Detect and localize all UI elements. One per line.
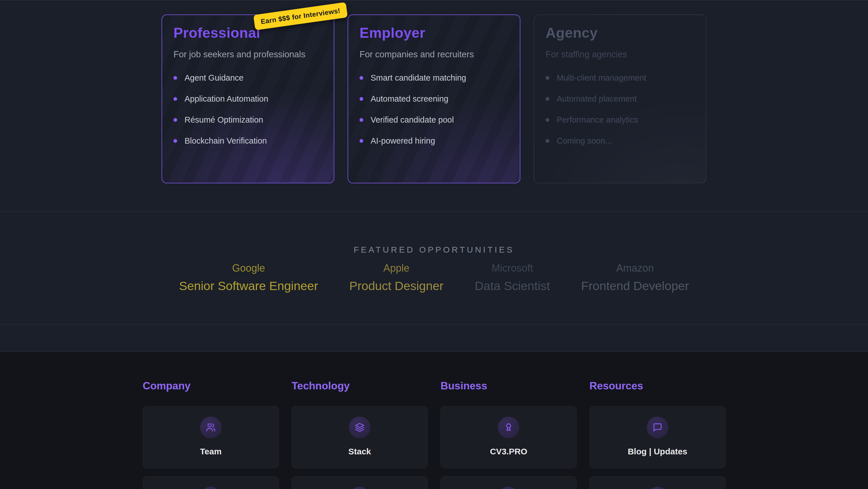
- footer-column-heading: Company: [143, 380, 279, 392]
- job-company: Apple: [349, 262, 443, 275]
- card-title: Professional: [174, 25, 322, 41]
- feature-text: Application Automation: [185, 94, 268, 104]
- feature-text: AI-powered hiring: [371, 136, 435, 146]
- feature-text: Coming soon...: [557, 136, 612, 146]
- hidden-icon: [200, 487, 221, 489]
- hidden-icon: [349, 487, 370, 489]
- feature-list: Smart candidate matching Automated scree…: [360, 67, 508, 151]
- bullet-icon: [360, 97, 363, 101]
- job-item-microsoft[interactable]: Microsoft Data Scientist: [474, 262, 550, 294]
- pricing-card-agency: Agency For staffing agencies Multi-clien…: [534, 15, 707, 183]
- footer-card-label: Blog | Updates: [628, 447, 687, 456]
- users-icon: [200, 416, 221, 438]
- feature-text: Verified candidate pool: [371, 115, 454, 124]
- footer-card-label: Stack: [348, 447, 371, 456]
- feature-item: Automated placement: [546, 88, 695, 109]
- feature-item: Résumé Optimization: [174, 109, 322, 130]
- footer-card-cv3pro[interactable]: CV3.PRO: [440, 406, 577, 468]
- feature-item: Multi-client management: [546, 67, 695, 88]
- bullet-icon: [546, 118, 550, 122]
- footer-column-heading: Technology: [291, 380, 428, 392]
- card-title: Agency: [546, 25, 695, 41]
- card-title: Employer: [360, 25, 508, 41]
- feature-list: Multi-client management Automated placem…: [546, 67, 695, 151]
- footer-grid: Company Team Technology Stack: [143, 380, 725, 489]
- job-title: Senior Software Engineer: [179, 278, 318, 294]
- feature-text: Multi-client management: [557, 73, 647, 83]
- bullet-icon: [174, 76, 177, 80]
- bullet-icon: [174, 118, 177, 122]
- job-title: Frontend Developer: [581, 278, 689, 294]
- footer-card-hidden[interactable]: [589, 476, 725, 489]
- job-company: Microsoft: [474, 262, 550, 275]
- landing-page: Professional For job seekers and profess…: [0, 0, 868, 489]
- feature-text: Agent Guidance: [185, 73, 244, 83]
- card-subtitle: For job seekers and professionals: [174, 49, 322, 60]
- job-title: Data Scientist: [474, 278, 550, 294]
- bullet-icon: [360, 139, 363, 143]
- bullet-icon: [360, 118, 363, 122]
- job-company: Amazon: [581, 262, 689, 275]
- feature-item: Coming soon...: [546, 130, 695, 151]
- feature-item: Agent Guidance: [174, 67, 322, 88]
- pricing-cards-row: Professional For job seekers and profess…: [162, 15, 707, 183]
- job-item-google[interactable]: Google Senior Software Engineer: [179, 262, 318, 294]
- job-company: Google: [179, 262, 318, 275]
- card-subtitle: For companies and recruiters: [360, 49, 508, 60]
- footer-card-hidden[interactable]: [291, 476, 428, 489]
- section-divider: [0, 211, 868, 212]
- chat-icon: [647, 416, 668, 438]
- feature-text: Smart candidate matching: [371, 73, 466, 83]
- footer-column-heading: Resources: [589, 380, 725, 392]
- pricing-card-professional[interactable]: Professional For job seekers and profess…: [162, 15, 335, 183]
- featured-jobs-carousel: Google Senior Software Engineer Apple Pr…: [179, 262, 689, 294]
- featured-heading: FEATURED OPPORTUNITIES: [0, 244, 868, 255]
- bullet-icon: [174, 97, 177, 101]
- job-item-apple[interactable]: Apple Product Designer: [349, 262, 443, 294]
- footer-card-blog[interactable]: Blog | Updates: [589, 406, 725, 468]
- feature-item: Smart candidate matching: [360, 67, 508, 88]
- footer-card-hidden[interactable]: [143, 476, 279, 489]
- feature-text: Automated screening: [371, 94, 448, 104]
- footer-column-resources: Resources Blog | Updates: [589, 380, 725, 489]
- feature-text: Performance analytics: [557, 115, 638, 124]
- feature-text: Blockchain Verification: [185, 136, 267, 146]
- feature-list: Agent Guidance Application Automation Ré…: [174, 67, 322, 151]
- feature-text: Automated placement: [557, 94, 637, 104]
- footer: Company Team Technology Stack: [0, 352, 868, 489]
- award-icon: [498, 416, 519, 438]
- footer-card-team[interactable]: Team: [143, 406, 279, 468]
- feature-item: Application Automation: [174, 88, 322, 109]
- footer-card-stack[interactable]: Stack: [291, 406, 428, 468]
- layers-icon: [349, 416, 370, 438]
- footer-column-technology: Technology Stack: [291, 380, 428, 489]
- footer-card-label: CV3.PRO: [490, 447, 527, 456]
- feature-item: Blockchain Verification: [174, 130, 322, 151]
- hidden-icon: [647, 487, 668, 489]
- bullet-icon: [546, 76, 550, 80]
- feature-item: Performance analytics: [546, 109, 695, 130]
- card-subtitle: For staffing agencies: [546, 49, 695, 60]
- job-title: Product Designer: [349, 278, 443, 294]
- feature-text: Résumé Optimization: [185, 115, 263, 124]
- footer-column-company: Company Team: [143, 380, 279, 489]
- bullet-icon: [546, 139, 550, 143]
- footer-column-heading: Business: [440, 380, 577, 392]
- section-divider: [0, 324, 868, 325]
- feature-item: Verified candidate pool: [360, 109, 508, 130]
- feature-item: AI-powered hiring: [360, 130, 508, 151]
- feature-item: Automated screening: [360, 88, 508, 109]
- hidden-icon: [498, 487, 519, 489]
- pricing-card-employer[interactable]: Employer For companies and recruiters Sm…: [348, 15, 521, 183]
- footer-card-label: Team: [200, 447, 221, 456]
- footer-card-hidden[interactable]: [440, 476, 577, 489]
- bullet-icon: [546, 97, 550, 101]
- bullet-icon: [174, 139, 177, 143]
- job-item-amazon[interactable]: Amazon Frontend Developer: [581, 262, 689, 294]
- bullet-icon: [360, 76, 363, 80]
- top-divider: [0, 0, 868, 0]
- footer-column-business: Business CV3.PRO: [440, 380, 577, 489]
